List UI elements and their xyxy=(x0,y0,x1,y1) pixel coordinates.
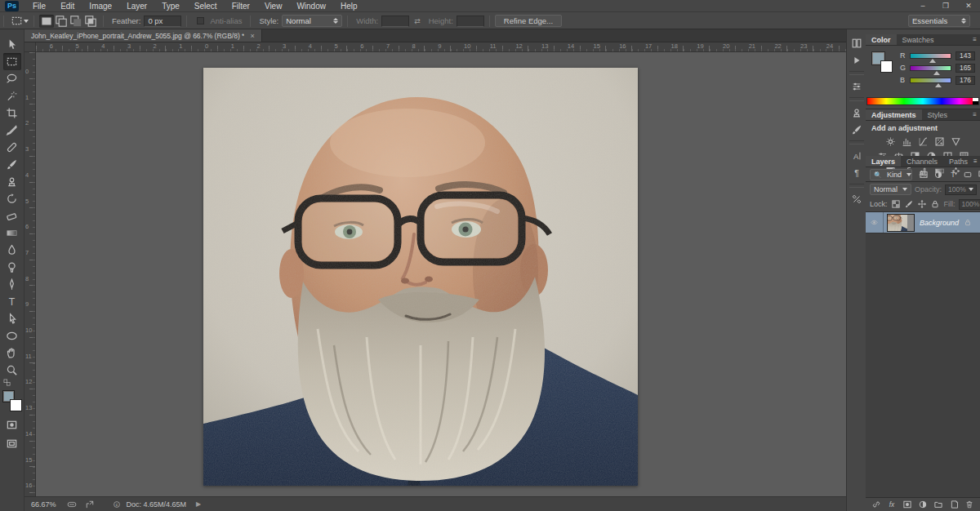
magic-wand-tool[interactable] xyxy=(3,87,21,104)
eraser-tool[interactable] xyxy=(3,207,21,224)
layers-tab-channels[interactable]: Channels xyxy=(901,156,943,167)
spot-healing-brush-tool[interactable] xyxy=(3,139,21,156)
mini-bridge-panel-icon[interactable] xyxy=(849,35,865,51)
brightness-contrast-adjustment-icon[interactable] xyxy=(884,136,897,147)
close-button[interactable]: ✕ xyxy=(957,0,980,12)
new-adjustment-layer-button[interactable] xyxy=(918,499,928,510)
zoom-level-field[interactable]: 66.67% xyxy=(24,500,63,509)
ellipse-tool[interactable] xyxy=(3,327,21,344)
brush-tool[interactable] xyxy=(3,156,21,173)
zoom-tool[interactable] xyxy=(3,362,21,379)
menu-select[interactable]: Select xyxy=(187,0,225,12)
feather-input[interactable]: 0 px xyxy=(144,16,181,27)
style-dropdown[interactable]: Normal xyxy=(282,15,342,27)
refine-edge-button[interactable]: Refine Edge... xyxy=(495,15,562,27)
layers-tab-paths[interactable]: Paths xyxy=(943,156,973,167)
link-layers-button[interactable] xyxy=(871,499,881,510)
horizontal-ruler[interactable]: 7654321012345678910111213141516171819202… xyxy=(36,42,846,52)
adjustments-tab-styles[interactable]: Styles xyxy=(922,109,954,120)
subtract-selection-mode-button[interactable] xyxy=(69,15,83,28)
color-tab-swatches[interactable]: Swatches xyxy=(897,34,940,45)
lock-position-icon[interactable] xyxy=(917,198,928,210)
filter-image-icon[interactable] xyxy=(917,169,930,180)
status-flyout-arrow[interactable]: ▶ xyxy=(196,500,201,508)
document-image[interactable] xyxy=(203,68,638,486)
intersect-selection-mode-button[interactable] xyxy=(83,15,98,28)
layer-filter-kind-dropdown[interactable]: 🔍Kind xyxy=(870,169,912,180)
crop-tool[interactable] xyxy=(3,104,21,122)
channel-R-value[interactable]: 143 xyxy=(956,51,975,60)
tool-preset-icon[interactable] xyxy=(9,12,24,29)
levels-adjustment-icon[interactable] xyxy=(901,136,913,147)
channel-B-value[interactable]: 176 xyxy=(956,76,975,85)
menu-file[interactable]: File xyxy=(25,0,53,12)
ruler-corner[interactable] xyxy=(24,42,36,52)
adjustments-tab-adjustments[interactable]: Adjustments xyxy=(866,109,922,120)
quick-mask-button[interactable] xyxy=(3,416,21,433)
properties-panel-icon[interactable] xyxy=(849,78,865,94)
lock-all-icon[interactable] xyxy=(930,198,941,210)
type-tool[interactable]: T xyxy=(3,293,21,310)
workspace-switcher[interactable]: Essentials xyxy=(908,15,970,27)
channel-R-slider[interactable] xyxy=(910,53,951,59)
delete-layer-button[interactable] xyxy=(964,499,974,510)
lock-pixels-icon[interactable] xyxy=(904,198,915,210)
blend-mode-dropdown[interactable]: Normal xyxy=(870,184,911,195)
reveal-in-bridge-icon[interactable] xyxy=(83,500,96,509)
pen-tool[interactable] xyxy=(3,276,21,293)
menu-edit[interactable]: Edit xyxy=(53,0,82,12)
new-group-button[interactable] xyxy=(933,499,943,510)
layers-panel-menu-icon[interactable]: ≡ xyxy=(973,158,978,165)
color-panel-menu-icon[interactable]: ≡ xyxy=(973,36,977,43)
adobe-drive-status-icon[interactable] xyxy=(65,500,78,509)
anti-alias-checkbox[interactable] xyxy=(197,17,204,24)
background-color-swatch[interactable] xyxy=(10,399,22,411)
layer-visibility-eye-icon[interactable] xyxy=(866,212,884,233)
hand-tool[interactable] xyxy=(3,344,21,362)
document-tab[interactable]: John_Keatley_iPhone_portrait_Andrew_5055… xyxy=(24,29,262,42)
menu-layer[interactable]: Layer xyxy=(119,0,154,12)
clone-stamp-tool[interactable] xyxy=(3,173,21,190)
menu-type[interactable]: Type xyxy=(154,0,187,12)
rectangular-marquee-tool[interactable] xyxy=(3,53,21,70)
lock-transparency-icon[interactable] xyxy=(891,198,902,210)
filter-smart-object-icon[interactable] xyxy=(976,169,980,180)
tool-preset-caret[interactable] xyxy=(24,20,29,23)
history-brush-tool[interactable] xyxy=(3,190,21,207)
document-tab-close-icon[interactable]: × xyxy=(250,32,254,40)
color-spectrum-ramp[interactable] xyxy=(866,97,979,105)
new-selection-mode-button[interactable] xyxy=(39,15,54,28)
swap-dimensions-icon[interactable]: ⇄ xyxy=(414,17,421,25)
swap-colors-icon[interactable] xyxy=(2,379,22,387)
exposure-adjustment-icon[interactable] xyxy=(933,136,946,147)
path-selection-tool[interactable] xyxy=(3,310,21,327)
add-layer-mask-button[interactable] xyxy=(902,499,912,510)
vertical-ruler[interactable]: 012345678910111213141516 xyxy=(24,52,36,496)
menu-help[interactable]: Help xyxy=(333,0,365,12)
actions-panel-icon[interactable] xyxy=(849,52,865,68)
color-tab-color[interactable]: Color xyxy=(866,34,897,45)
channel-G-value[interactable]: 165 xyxy=(956,64,975,73)
tool-presets-panel-icon[interactable] xyxy=(849,191,865,207)
menu-window[interactable]: Window xyxy=(289,0,333,12)
screen-mode-button[interactable] xyxy=(3,435,21,452)
filter-type-icon[interactable]: T xyxy=(947,169,960,180)
channel-G-slider[interactable] xyxy=(910,65,951,71)
menu-view[interactable]: View xyxy=(257,0,290,12)
lasso-tool[interactable] xyxy=(3,70,21,87)
clone-source-panel-icon[interactable] xyxy=(849,104,865,120)
layer-row-background[interactable]: Background xyxy=(866,212,980,233)
adjustments-panel-menu-icon[interactable]: ≡ xyxy=(973,111,977,118)
panel-background-swatch[interactable] xyxy=(880,60,893,73)
menu-image[interactable]: Image xyxy=(82,0,119,12)
height-input[interactable] xyxy=(457,16,484,27)
channel-B-slider[interactable] xyxy=(910,78,951,83)
filter-adjustment-icon[interactable] xyxy=(932,169,945,180)
opacity-field[interactable]: 100% xyxy=(945,184,977,195)
fill-field[interactable]: 100% xyxy=(959,199,980,210)
brush-presets-panel-icon[interactable] xyxy=(849,122,865,137)
character-panel-icon[interactable]: A xyxy=(849,148,865,163)
add-selection-mode-button[interactable] xyxy=(54,15,69,28)
new-layer-button[interactable] xyxy=(949,499,959,510)
layer-style-fx-button[interactable]: fx xyxy=(887,499,897,510)
